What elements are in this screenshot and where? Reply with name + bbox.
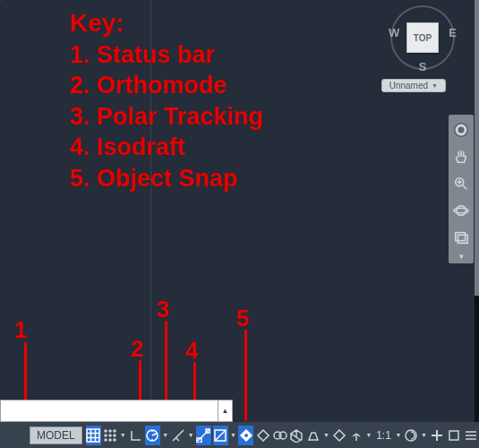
orbit-button[interactable] [449,197,474,224]
svg-rect-9 [458,235,467,243]
3d-osnap-button[interactable] [289,426,304,445]
polar-tracking-button[interactable] [145,426,160,445]
svg-rect-27 [449,431,458,440]
callout-num-1: 1 [14,316,27,344]
ucs-dropdown[interactable]: Unnamed ▼ [381,79,446,92]
grid-display-button[interactable] [86,426,101,445]
workspace-switch-button[interactable] [404,426,419,445]
ortho-mode-button[interactable] [128,426,143,445]
guide-line [0,0,148,1]
zoom-button[interactable] [449,170,474,197]
isolate-objects-button[interactable] [446,426,461,445]
status-bar: MODEL ▼ ▼ ▼ ▼ ▼ ▼ [0,422,479,448]
key-item-3: 3. Polar Tracking [70,101,263,133]
navbar-menu-button[interactable]: ▾ [449,251,474,262]
command-line[interactable]: ▲ [0,400,233,422]
annotation-monitor-button[interactable] [429,426,444,445]
key-legend: Key: 1. Status bar 2. Orthomode 3. Polar… [70,7,263,194]
pan-button[interactable] [449,143,474,170]
svg-point-11 [109,430,111,432]
snap-mode-dropdown[interactable]: ▼ [119,426,126,445]
scrollbar-thumb[interactable] [475,0,479,296]
selection-cycling-button[interactable] [272,426,287,445]
gizmo-dropdown[interactable]: ▼ [365,426,372,445]
svg-line-3 [463,185,467,190]
key-item-5: 5. Object Snap [70,163,263,194]
svg-point-23 [244,434,248,437]
svg-rect-8 [456,233,466,241]
dynamic-ucs-button[interactable] [306,426,321,445]
object-snap-dropdown[interactable]: ▼ [230,426,237,445]
lineweight-button[interactable] [238,426,253,445]
isodraft-dropdown[interactable]: ▼ [187,426,194,445]
svg-point-14 [109,435,111,436]
key-title: Key: [70,7,263,39]
showmotion-button[interactable] [449,224,474,251]
svg-point-13 [105,435,107,436]
callout-num-5: 5 [236,305,249,332]
osnap-tracking-button[interactable] [196,426,211,445]
vertical-scrollbar[interactable] [475,0,479,422]
command-history-expand[interactable]: ▲ [218,401,232,421]
object-snap-button[interactable] [213,426,228,445]
ucs-label: Unnamed [389,81,428,90]
svg-point-17 [109,439,111,441]
svg-point-16 [105,439,107,441]
annotation-scale-button[interactable]: 1:1 [374,426,393,445]
key-item-1: 1. Status bar [70,39,263,71]
isodraft-button[interactable] [170,426,185,445]
viewcube-top-face[interactable]: TOP [406,22,439,53]
viewcube-east[interactable]: E [449,26,457,39]
chevron-down-icon: ▼ [432,82,438,89]
svg-point-6 [457,206,466,216]
selection-filter-button[interactable] [331,426,346,445]
key-item-2: 2. Orthomode [70,70,263,101]
gizmo-button[interactable] [348,426,364,445]
callout-line-5 [244,330,247,421]
callout-num-4: 4 [185,337,198,365]
svg-point-25 [279,432,287,439]
svg-point-10 [105,430,107,432]
navigation-bar: ▾ [449,115,474,263]
model-space-button[interactable]: MODEL [30,426,82,444]
transparency-button[interactable] [255,426,270,445]
callout-num-2: 2 [131,335,143,363]
dynamic-ucs-dropdown[interactable]: ▼ [323,426,330,445]
steering-wheel-button[interactable] [449,116,474,143]
svg-point-12 [114,430,115,432]
snap-mode-button[interactable] [103,426,118,445]
key-item-4: 4. Isodraft [70,132,263,163]
svg-point-18 [114,439,115,441]
workspace-switch-dropdown[interactable]: ▼ [421,426,428,445]
annotation-scale-dropdown[interactable]: ▼ [395,426,402,445]
polar-tracking-dropdown[interactable]: ▼ [162,426,169,445]
viewcube-south[interactable]: S [419,60,427,73]
callout-num-3: 3 [157,296,169,323]
svg-point-15 [114,435,115,436]
viewcube-west[interactable]: W [389,26,399,39]
viewcube[interactable]: W E TOP S [390,5,455,70]
customization-button[interactable] [463,426,478,445]
svg-point-1 [458,127,463,132]
